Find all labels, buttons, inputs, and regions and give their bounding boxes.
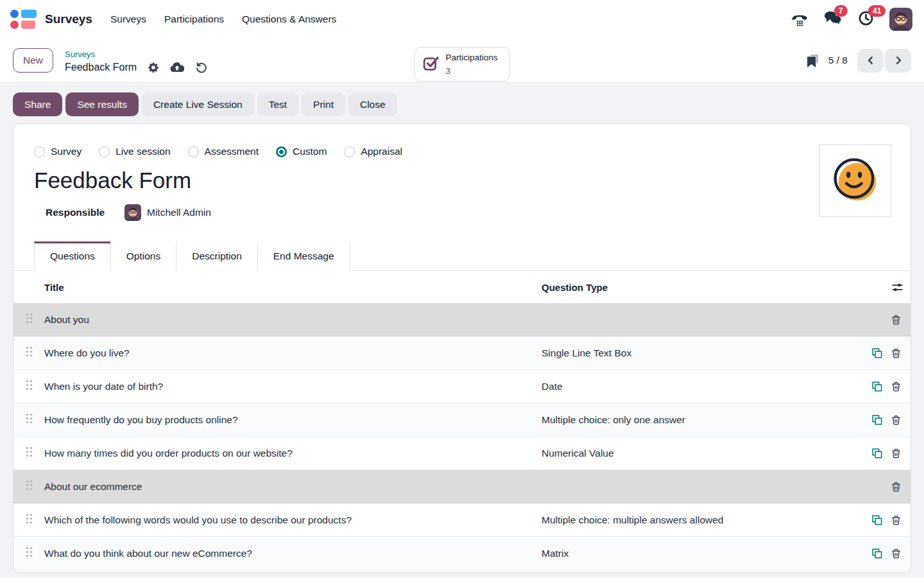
test-button[interactable]: Test (257, 92, 298, 116)
drag-handle-icon[interactable] (26, 346, 33, 357)
menu-item-questions-answers[interactable]: Questions & Answers (242, 13, 336, 25)
breadcrumb-parent-link[interactable]: Surveys (65, 49, 95, 60)
radio-icon[interactable] (344, 146, 355, 157)
print-button[interactable]: Print (302, 92, 345, 116)
question-row[interactable]: How frequently do you buy products onlin… (13, 403, 911, 437)
row-title: Which of the following words would you u… (44, 504, 542, 537)
responsible-field-row: Responsible Mitchell Admin (46, 204, 911, 221)
row-question-type: Multiple choice: multiple answers allowe… (542, 504, 862, 537)
copy-icon[interactable] (871, 447, 883, 459)
survey-type-live-session[interactable]: Live session (99, 146, 170, 157)
trash-icon[interactable] (891, 381, 902, 392)
trash-icon[interactable] (891, 414, 902, 426)
row-title: How frequently do you buy products onlin… (44, 403, 542, 437)
breadcrumb: Surveys Feedback Form (65, 48, 207, 74)
apps-menu-logo[interactable] (10, 10, 37, 29)
new-button[interactable]: New (13, 48, 53, 73)
copy-icon[interactable] (871, 347, 883, 359)
drag-handle-icon[interactable] (26, 513, 33, 524)
section-row[interactable]: About our ecommerce (13, 470, 911, 504)
survey-type-assessment[interactable]: Assessment (188, 146, 259, 157)
trash-icon[interactable] (891, 548, 902, 559)
survey-title-field[interactable]: Feedback Form (34, 165, 911, 195)
drag-handle-icon[interactable] (26, 446, 33, 457)
drag-handle-icon[interactable] (26, 413, 33, 424)
question-row[interactable]: How many times did you order products on… (13, 437, 911, 470)
question-row[interactable]: What do you think about our new eCommerc… (13, 537, 911, 570)
question-row[interactable]: Which of the following words would you u… (13, 504, 911, 537)
cloud-save-icon[interactable] (170, 62, 184, 73)
survey-type-radio-group: SurveyLive sessionAssessmentCustomApprai… (34, 146, 911, 157)
tab-end-message[interactable]: End Message (257, 241, 350, 271)
row-question-type: Multiple choice: only one answer (542, 403, 862, 437)
optional-columns-icon[interactable] (891, 281, 904, 294)
questions-table-header: Title Question Type (13, 271, 911, 303)
radio-icon[interactable] (99, 146, 110, 157)
pager-previous-button[interactable] (857, 49, 884, 73)
trash-icon[interactable] (891, 514, 902, 526)
participations-smart-button[interactable]: Participations 3 (414, 47, 509, 82)
messages-badge: 7 (834, 5, 848, 17)
responsible-avatar (124, 204, 141, 221)
copy-icon[interactable] (871, 380, 883, 392)
phone-icon[interactable] (791, 12, 809, 27)
action-buttons: ShareSee resultsCreate Live SessionTestP… (0, 83, 924, 123)
radio-checked-icon[interactable] (276, 146, 287, 157)
section-row[interactable]: About you (13, 303, 911, 337)
activities-badge: 41 (868, 5, 886, 17)
survey-type-appraisal[interactable]: Appraisal (344, 146, 402, 157)
share-button[interactable]: Share (13, 92, 62, 116)
copy-icon[interactable] (871, 414, 883, 426)
responsible-label: Responsible (46, 207, 124, 218)
close-button[interactable]: Close (348, 92, 397, 116)
breadcrumb-current: Feedback Form (65, 61, 137, 74)
question-row[interactable]: Where do you live?Single Line Text Box (13, 337, 911, 370)
row-question-type: Single Line Text Box (542, 337, 862, 370)
trash-icon[interactable] (891, 448, 902, 459)
row-question-type: Matrix (542, 537, 862, 570)
drag-handle-icon[interactable] (26, 547, 33, 557)
tab-description[interactable]: Description (176, 241, 258, 271)
radio-icon[interactable] (34, 146, 45, 157)
radio-icon[interactable] (188, 146, 199, 157)
see-results-button[interactable]: See results (65, 92, 139, 116)
menu-item-surveys[interactable]: Surveys (110, 13, 146, 25)
pager-next-button[interactable] (885, 49, 911, 73)
questions-table-body: About youWhere do you live?Single Line T… (13, 303, 911, 570)
copy-icon[interactable] (871, 514, 883, 526)
gear-icon[interactable] (148, 62, 159, 73)
smiley-image (831, 155, 880, 207)
survey-type-survey[interactable]: Survey (34, 146, 81, 157)
messages-icon[interactable]: 7 (824, 10, 843, 29)
row-title: What do you think about our new eCommerc… (44, 537, 542, 570)
menu-item-participations[interactable]: Participations (164, 13, 224, 25)
trash-icon[interactable] (891, 314, 902, 326)
survey-type-custom[interactable]: Custom (276, 146, 327, 157)
top-navbar: Surveys SurveysParticipationsQuestions &… (0, 0, 924, 39)
drag-handle-icon[interactable] (26, 380, 33, 390)
row-title: Where do you live? (44, 337, 542, 370)
question-row[interactable]: When is your date of birth?Date (13, 370, 911, 403)
pager-value: 5 / 8 (828, 55, 848, 66)
survey-image-field[interactable] (819, 144, 891, 217)
checkbox-icon (422, 55, 439, 74)
copy-icon[interactable] (871, 547, 883, 559)
tab-questions[interactable]: Questions (34, 241, 111, 271)
activities-icon[interactable]: 41 (858, 10, 874, 29)
responsible-value[interactable]: Mitchell Admin (147, 207, 211, 218)
drag-handle-icon[interactable] (26, 313, 33, 324)
create-live-session-button[interactable]: Create Live Session (142, 92, 254, 116)
drag-handle-icon[interactable] (26, 480, 33, 491)
undo-icon[interactable] (195, 61, 207, 73)
questions-table: Title Question Type About youWhere do yo… (13, 271, 911, 570)
tab-options[interactable]: Options (110, 241, 176, 271)
trash-icon[interactable] (891, 481, 902, 493)
user-avatar[interactable] (889, 8, 912, 31)
row-title: How many times did you order products on… (44, 437, 542, 470)
app-name[interactable]: Surveys (45, 12, 92, 26)
smart-button-count: 3 (445, 66, 450, 76)
trash-icon[interactable] (891, 347, 902, 359)
row-question-type: Date (542, 370, 862, 403)
bookmark-icon[interactable] (807, 54, 819, 67)
pager: 5 / 8 (807, 49, 911, 73)
